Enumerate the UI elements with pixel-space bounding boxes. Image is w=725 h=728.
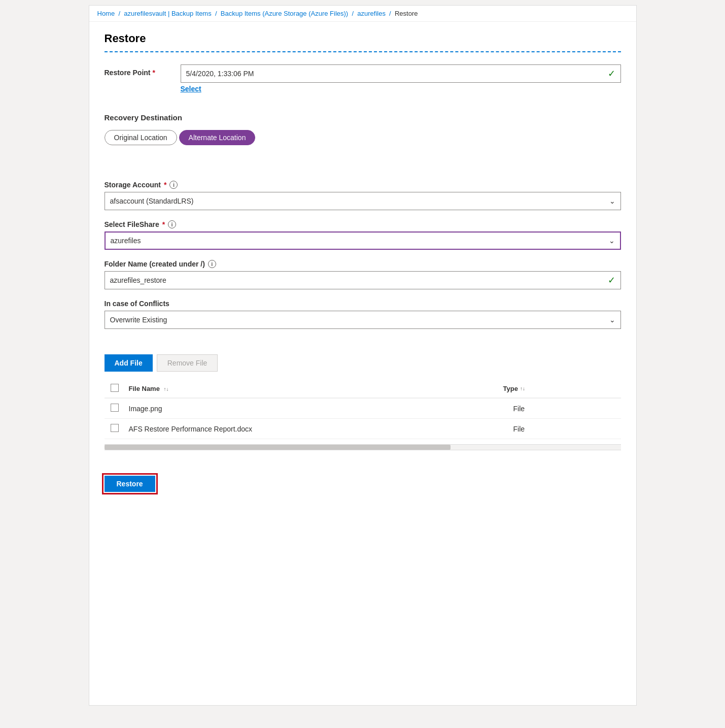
folder-name-section: Folder Name (created under /) i azurefil… (105, 260, 621, 289)
fileshare-chevron-icon: ⌄ (609, 237, 615, 245)
restore-point-value-col: 5/4/2020, 1:33:06 PM ✓ Select (181, 64, 621, 93)
fileshare-value: azurefiles (111, 237, 141, 245)
conflicts-chevron-icon: ⌄ (609, 316, 615, 324)
folder-info-icon[interactable]: i (208, 260, 216, 268)
breadcrumb-azurefiles[interactable]: azurefiles (357, 10, 386, 17)
original-location-btn[interactable]: Original Location (105, 130, 177, 145)
table-row: AFS Restore Performance Report.docx File (105, 419, 621, 439)
conflicts-dropdown[interactable]: Overwrite Existing ⌄ (105, 311, 621, 329)
conflicts-value: Overwrite Existing (110, 316, 167, 324)
folder-name-input[interactable]: azurefiles_restore ✓ (105, 271, 621, 289)
fileshare-dropdown[interactable]: azurefiles ⌄ (105, 231, 621, 250)
table-row: Image.png File (105, 399, 621, 419)
breadcrumb-backup-items[interactable]: Backup Items (Azure Storage (Azure Files… (221, 10, 348, 17)
alternate-location-btn[interactable]: Alternate Location (179, 130, 256, 145)
add-file-button[interactable]: Add File (105, 354, 153, 372)
page-title: Restore (105, 32, 621, 45)
conflicts-label: In case of Conflicts (105, 300, 621, 308)
restore-point-value: 5/4/2020, 1:33:06 PM (186, 70, 254, 78)
recovery-destination-section: Recovery Destination Original Location A… (105, 113, 621, 145)
row2-filename: AFS Restore Performance Report.docx (129, 425, 513, 433)
storage-chevron-icon: ⌄ (609, 197, 615, 205)
content-area: Restore Restore Point * 5/4/2020, 1:33:0… (89, 22, 636, 466)
restore-point-section: Restore Point * 5/4/2020, 1:33:06 PM ✓ S… (105, 64, 621, 93)
scrollbar-thumb[interactable] (105, 445, 451, 450)
restore-footer: Restore (89, 466, 636, 502)
file-action-buttons: Add File Remove File (105, 354, 621, 372)
type-sort-icon[interactable]: ↑↓ (520, 386, 525, 391)
select-link[interactable]: Select (181, 85, 201, 93)
storage-account-dropdown[interactable]: afsaccount (StandardLRS) ⌄ (105, 192, 621, 210)
folder-check-icon: ✓ (608, 275, 615, 286)
table-header-row: File Name ↑↓ Type ↑↓ (105, 380, 621, 399)
storage-info-icon[interactable]: i (169, 181, 178, 189)
type-header: Type ↑↓ (503, 385, 615, 392)
row2-type: File (513, 425, 615, 433)
breadcrumb-current: Restore (395, 10, 418, 17)
recovery-destination-toggle-group: Original Location Alternate Location (105, 130, 621, 145)
breadcrumb-home[interactable]: Home (97, 10, 115, 17)
storage-account-label: Storage Account * i (105, 181, 621, 189)
storage-account-value: afsaccount (StandardLRS) (110, 197, 194, 205)
storage-required: * (164, 181, 166, 189)
folder-name-value: azurefiles_restore (110, 276, 166, 284)
horizontal-scrollbar[interactable] (105, 444, 621, 450)
required-indicator: * (152, 69, 155, 77)
file-table: File Name ↑↓ Type ↑↓ Image.png File (105, 380, 621, 439)
page-container: Home / azurefilesvault | Backup Items / … (89, 5, 637, 706)
row1-checkbox[interactable] (111, 404, 119, 412)
restore-button[interactable]: Restore (105, 476, 155, 492)
row1-type: File (513, 405, 615, 413)
file-name-header: File Name ↑↓ (129, 385, 503, 392)
filename-sort-icon[interactable]: ↑↓ (164, 387, 169, 392)
restore-point-input: 5/4/2020, 1:33:06 PM ✓ (181, 64, 621, 83)
recovery-destination-title: Recovery Destination (105, 113, 621, 122)
storage-account-section: Storage Account * i afsaccount (Standard… (105, 181, 621, 210)
conflicts-section: In case of Conflicts Overwrite Existing … (105, 300, 621, 329)
fileshare-required: * (162, 220, 165, 228)
check-icon: ✓ (608, 68, 615, 79)
folder-name-label: Folder Name (created under /) i (105, 260, 621, 268)
fileshare-section: Select FileShare * i azurefiles ⌄ (105, 220, 621, 250)
row1-filename: Image.png (129, 405, 513, 413)
breadcrumb: Home / azurefilesvault | Backup Items / … (89, 6, 636, 22)
breadcrumb-vault[interactable]: azurefilesvault | Backup Items (124, 10, 211, 17)
fileshare-label: Select FileShare * i (105, 220, 621, 228)
select-all-checkbox[interactable] (111, 384, 119, 392)
section-divider (105, 51, 621, 52)
fileshare-info-icon[interactable]: i (168, 220, 176, 228)
row2-checkbox[interactable] (111, 424, 119, 432)
restore-point-label: Restore Point * (105, 64, 170, 77)
remove-file-button: Remove File (157, 354, 218, 372)
